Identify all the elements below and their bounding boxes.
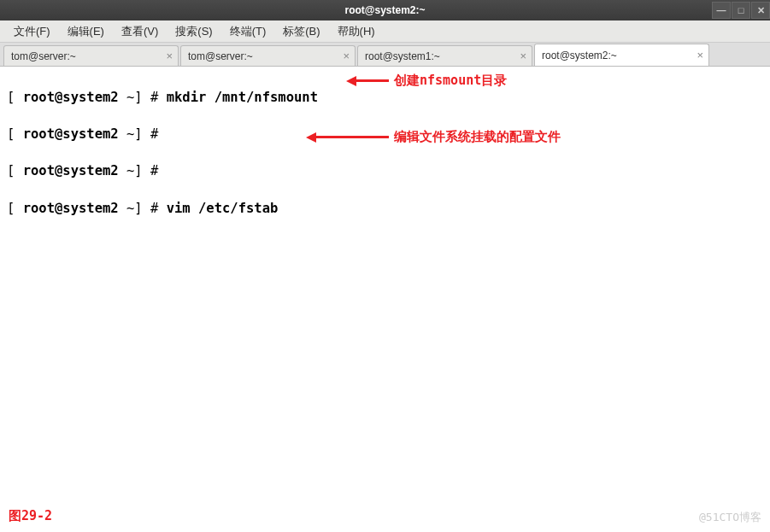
tab-label: root@system2:~ [542, 50, 617, 61]
menu-view[interactable]: 查看(V) [113, 21, 167, 42]
minimize-button[interactable]: — [712, 2, 731, 19]
close-button[interactable]: ✕ [751, 2, 770, 19]
tab-4[interactable]: root@system2:~ × [534, 44, 709, 66]
terminal-area[interactable]: [ root@system2 ~] # mkdir /mnt/nfsmount … [0, 67, 770, 532]
menu-edit[interactable]: 编辑(E) [59, 21, 113, 42]
terminal-line: [ root@system2 ~] # [7, 126, 763, 144]
annotation-1: 创建nfsmount目录 [346, 72, 507, 90]
menu-help[interactable]: 帮助(H) [329, 21, 384, 42]
tab-2[interactable]: tom@server:~ × [180, 45, 356, 66]
maximize-button[interactable]: □ [732, 2, 750, 19]
tab-label: tom@server:~ [188, 50, 253, 62]
arrow-left-icon [346, 76, 356, 86]
figure-caption: 图29-2 [9, 507, 52, 525]
menu-terminal[interactable]: 终端(T) [221, 21, 275, 42]
tabbar: tom@server:~ × tom@server:~ × root@syste… [0, 43, 770, 67]
annotation-text: 创建nfsmount目录 [394, 72, 507, 90]
menu-search[interactable]: 搜索(S) [167, 21, 220, 42]
terminal-line: [ root@system2 ~] # vim /etc/fstab [7, 200, 763, 219]
tab-label: root@system1:~ [365, 50, 440, 62]
menu-tabs[interactable]: 标签(B) [274, 21, 328, 42]
window-controls: — □ ✕ [711, 2, 770, 19]
window-titlebar: root@system2:~ — □ ✕ [0, 0, 770, 20]
menu-file[interactable]: 文件(F) [5, 21, 59, 42]
arrow-line [356, 79, 389, 82]
tab-label: tom@server:~ [11, 50, 76, 62]
tab-1[interactable]: tom@server:~ × [3, 45, 179, 66]
close-icon[interactable]: × [697, 49, 703, 61]
terminal-line: [ root@system2 ~] # mkdir /mnt/nfsmount [7, 89, 763, 108]
menubar: 文件(F) 编辑(E) 查看(V) 搜索(S) 终端(T) 标签(B) 帮助(H… [0, 20, 770, 43]
window-title: root@system2:~ [344, 4, 425, 16]
tab-3[interactable]: root@system1:~ × [357, 45, 532, 66]
terminal-line: [ root@system2 ~] # [7, 162, 763, 181]
close-icon[interactable]: × [520, 50, 526, 62]
close-icon[interactable]: × [343, 50, 350, 62]
watermark: @51CTO博客 [699, 510, 761, 525]
close-icon[interactable]: × [166, 50, 173, 62]
